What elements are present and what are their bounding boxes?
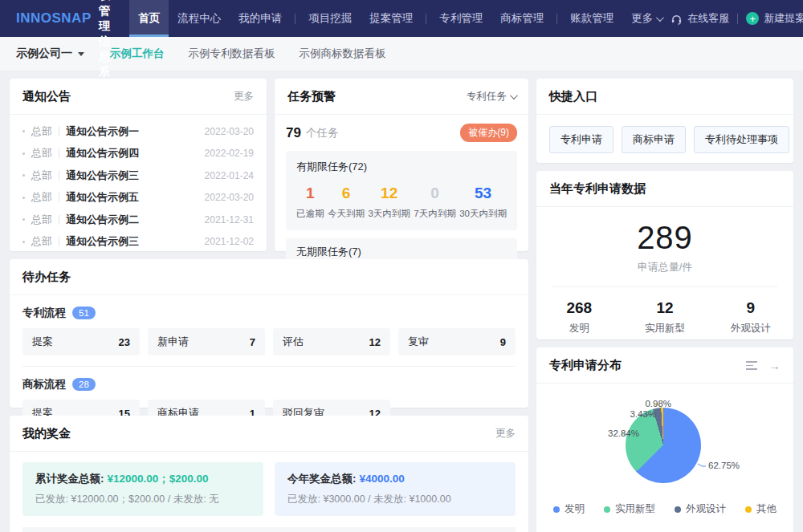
patent-pending-items-button[interactable]: 专利待处理事项 bbox=[694, 126, 789, 153]
breakdown-utility-model: 12实用新型 bbox=[622, 299, 708, 335]
workspace-tabbar: 示例公司一 示例工作台 示例专利数据看板 示例商标数据看板 bbox=[0, 37, 803, 71]
notices-panel: 通知公告 更多 总部通知公告示例一2022-03-20 总部通知公告示例四202… bbox=[10, 79, 267, 251]
stat-due-3days[interactable]: 123天内到期 bbox=[368, 185, 410, 220]
main-content: 通知公告 更多 总部通知公告示例一2022-03-20 总部通知公告示例四202… bbox=[0, 71, 803, 532]
menu-item-project-mining[interactable]: 项目挖掘 bbox=[300, 0, 361, 37]
quick-entry-panel: 快捷入口 专利申请 商标申请 专利待处理事项 bbox=[536, 79, 793, 163]
tab-workbench[interactable]: 示例工作台 bbox=[110, 47, 165, 61]
main-menu: 首页 流程中心 我的申请 项目挖掘 提案管理 专利管理 商标管理 账款管理 更多 bbox=[129, 0, 671, 37]
trademark-flow-header: 商标流程 28 bbox=[22, 377, 516, 392]
menu-item-billing-mgmt[interactable]: 账款管理 bbox=[561, 0, 622, 37]
breakdown-invention: 268发明 bbox=[536, 299, 622, 335]
navbar-right: 在线客服 + 新建提案 业务工具 admin bbox=[671, 8, 803, 29]
bonus-more-link[interactable]: 更多 bbox=[495, 427, 516, 441]
year-bonus-box: 今年奖金总额:¥4000.00 已发放: ¥3000.00 / 未发放: ¥10… bbox=[275, 462, 516, 516]
menu-item-my-applications[interactable]: 我的申请 bbox=[230, 0, 291, 37]
new-proposal-button[interactable]: + 新建提案 bbox=[746, 11, 803, 26]
legend-item-utility-model[interactable]: 实用新型 bbox=[604, 502, 655, 516]
pie-label-design: 3.43% bbox=[630, 409, 656, 419]
trademark-application-button[interactable]: 商标申请 bbox=[622, 126, 686, 153]
year-bonus-amount: ¥4000.00 bbox=[360, 473, 405, 485]
legend-item-invention[interactable]: 发明 bbox=[553, 502, 585, 516]
menu-item-home[interactable]: 首页 bbox=[129, 0, 169, 37]
data-view-icon[interactable] bbox=[746, 361, 757, 370]
task-warning-title: 任务预警 bbox=[287, 89, 336, 104]
menu-item-trademark-mgmt[interactable]: 商标管理 bbox=[491, 0, 552, 37]
pie-chart[interactable] bbox=[626, 408, 701, 483]
todo-item-proposal[interactable]: 提案23 bbox=[22, 328, 140, 355]
todo-panel: 待办任务 专利流程 51 提案23 新申请7 评估12 复审9 商标流程 28 bbox=[10, 259, 528, 408]
notices-more-link[interactable]: 更多 bbox=[234, 90, 254, 104]
todo-item-new-application[interactable]: 新申请7 bbox=[148, 328, 265, 355]
task-count: 79 bbox=[286, 125, 301, 141]
bonus-title: 我的奖金 bbox=[22, 426, 71, 441]
legend-item-other[interactable]: 其他 bbox=[745, 502, 777, 516]
pie-chart-area: 62.75% 32.84% 3.43% 0.98% bbox=[536, 384, 793, 489]
notice-list: 总部通知公告示例一2022-03-20 总部通知公告示例四2022-02-19 … bbox=[10, 115, 267, 253]
caret-down-icon bbox=[78, 52, 84, 56]
list-item[interactable]: 总部通知公告示例三2022-01-24 bbox=[22, 164, 254, 187]
list-item[interactable]: 总部通知公告示例五2022-03-20 bbox=[22, 187, 254, 209]
todo-item-reexamination[interactable]: 复审9 bbox=[398, 328, 516, 355]
list-item[interactable]: 总部通知公告示例一2022-03-20 bbox=[22, 120, 254, 143]
menu-divider bbox=[295, 14, 296, 24]
yearly-patent-title: 当年专利申请数据 bbox=[549, 181, 646, 197]
list-item[interactable]: 总部通知公告示例三2021-12-02 bbox=[22, 231, 254, 254]
arrow-right-icon[interactable]: → bbox=[768, 359, 781, 372]
list-item[interactable]: 总部通知公告示例二2021-12-31 bbox=[22, 209, 254, 231]
legend-item-design[interactable]: 外观设计 bbox=[675, 502, 726, 516]
menu-item-patent-mgmt[interactable]: 专利管理 bbox=[430, 0, 491, 37]
todo-title: 待办任务 bbox=[22, 270, 71, 285]
task-type-dropdown[interactable]: 专利任务 bbox=[467, 90, 516, 104]
deadline-tasks-box: 有期限任务(72) 1已逾期 6今天到期 123天内到期 07天内到期 5330… bbox=[286, 151, 517, 230]
stat-due-30days[interactable]: 5330天内到期 bbox=[459, 185, 507, 220]
urged-badge[interactable]: 被催办(9) bbox=[460, 124, 517, 142]
breakdown-design: 9外观设计 bbox=[707, 299, 793, 335]
count-badge: 28 bbox=[72, 378, 96, 391]
table-header-row: 案件名称 申请号 奖金类型 分配比例 分配金额 发放状态 bbox=[22, 527, 516, 532]
yearly-patent-panel: 当年专利申请数据 289 申请总量/件 268发明 12实用新型 9外观设计 bbox=[536, 171, 793, 339]
workspace-tabs: 示例工作台 示例专利数据看板 示例商标数据看板 bbox=[110, 47, 386, 61]
count-badge: 51 bbox=[72, 307, 96, 319]
patent-distribution-title: 专利申请分布 bbox=[549, 358, 622, 373]
menu-divider bbox=[556, 14, 557, 24]
menu-item-proposal-mgmt[interactable]: 提案管理 bbox=[361, 0, 422, 37]
headset-icon bbox=[671, 13, 683, 25]
chevron-down-icon bbox=[656, 14, 664, 22]
company-selector[interactable]: 示例公司一 bbox=[16, 47, 84, 61]
total-applications-value: 289 bbox=[536, 220, 793, 256]
patent-application-button[interactable]: 专利申请 bbox=[549, 126, 613, 153]
menu-item-more[interactable]: 更多 bbox=[622, 0, 671, 37]
chevron-down-icon bbox=[510, 91, 518, 99]
bonus-panel: 我的奖金 更多 累计奖金总额:¥12000.00；$200.00 已发放: ¥1… bbox=[10, 416, 528, 532]
pie-legend: 发明 实用新型 外观设计 其他 bbox=[536, 502, 793, 516]
pie-label-other: 0.98% bbox=[645, 399, 671, 408]
tab-trademark-dashboard[interactable]: 示例商标数据看板 bbox=[300, 47, 386, 61]
menu-item-process-center[interactable]: 流程中心 bbox=[169, 0, 230, 37]
menu-divider bbox=[737, 14, 738, 24]
stat-due-today[interactable]: 6今天到期 bbox=[328, 185, 365, 220]
patent-distribution-panel: 专利申请分布 → 62.75% 32.84% 3.43% 0.98% bbox=[536, 347, 793, 532]
app-logo: INNOSNAP bbox=[16, 10, 92, 26]
deadline-tasks-label: 有期限任务(72) bbox=[296, 160, 507, 174]
menu-divider bbox=[426, 14, 426, 24]
stat-overdue[interactable]: 1已逾期 bbox=[296, 185, 324, 220]
patent-flow-header: 专利流程 51 bbox=[22, 306, 516, 320]
total-bonus-amount: ¥12000.00；$200.00 bbox=[108, 473, 209, 485]
quick-entry-title: 快捷入口 bbox=[549, 89, 597, 104]
todo-item-evaluation[interactable]: 评估12 bbox=[273, 328, 390, 355]
total-applications-label: 申请总量/件 bbox=[536, 260, 793, 274]
tab-patent-dashboard[interactable]: 示例专利数据看板 bbox=[189, 47, 275, 61]
top-navbar: INNOSNAP 知识产权管理信息系统 首页 流程中心 我的申请 项目挖掘 提案… bbox=[0, 0, 803, 37]
online-support-button[interactable]: 在线客服 bbox=[671, 11, 729, 26]
total-bonus-box: 累计奖金总额:¥12000.00；$200.00 已发放: ¥12000.00；… bbox=[22, 462, 263, 516]
pie-label-invention: 62.75% bbox=[708, 461, 740, 470]
pie-label-utility-model: 32.84% bbox=[608, 428, 639, 438]
notices-title: 通知公告 bbox=[22, 89, 71, 104]
plus-circle-icon: + bbox=[746, 12, 759, 25]
bonus-table: 案件名称 申请号 奖金类型 分配比例 分配金额 发放状态 网页绘图方法、装置、设… bbox=[22, 527, 516, 532]
task-warning-panel: 任务预警 专利任务 79 个任务 被催办(9) 有期限任务(72) 1已逾期 6… bbox=[275, 79, 528, 251]
stat-due-7days[interactable]: 07天内到期 bbox=[414, 185, 455, 220]
list-item[interactable]: 总部通知公告示例四2022-02-19 bbox=[22, 143, 254, 165]
